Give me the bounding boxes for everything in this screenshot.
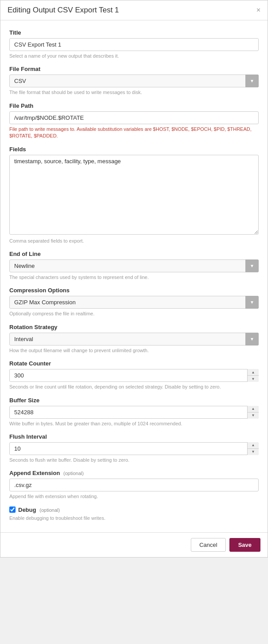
fields-textarea[interactable]: timestamp, source, facility, type, messa… <box>9 155 259 235</box>
close-button[interactable]: × <box>256 7 260 14</box>
append-extension-hint: Append file with extension when rotating… <box>9 493 259 500</box>
compression-label: Compression Options <box>9 287 259 294</box>
end-of-line-label: End of Line <box>9 251 259 257</box>
file-path-label: File Path <box>9 102 259 109</box>
rotation-strategy-group: Rotation Strategy Interval Size None How… <box>9 324 259 354</box>
file-path-input[interactable] <box>9 111 259 124</box>
modal-header: Editing Output CSV Export Test 1 × <box>0 0 268 20</box>
buffer-size-input[interactable] <box>9 406 259 419</box>
debug-hint: Enable debugging to troubleshoot file wr… <box>9 515 259 522</box>
buffer-size-spinners: ▲ ▼ <box>247 406 259 419</box>
buffer-size-wrapper: ▲ ▼ <box>9 406 259 419</box>
fields-hint: Comma separated fields to export. <box>9 238 259 244</box>
file-format-select[interactable]: CSV JSON Text <box>9 75 259 87</box>
end-of-line-select[interactable]: Newline Windows (CRLF) None <box>9 259 259 272</box>
debug-checkbox-label[interactable]: Debug (optional) <box>18 507 60 513</box>
rotation-strategy-label: Rotation Strategy <box>9 324 259 330</box>
modal-title: Editing Output CSV Export Test 1 <box>8 6 119 15</box>
buffer-size-up[interactable]: ▲ <box>248 406 259 412</box>
file-format-label: File Format <box>9 66 259 72</box>
rotate-counter-label: Rotate Counter <box>9 360 259 367</box>
rotate-counter-spinners: ▲ ▼ <box>247 369 259 382</box>
debug-checkbox[interactable] <box>9 507 16 513</box>
flush-interval-label: Flush Interval <box>9 433 259 440</box>
file-path-hint: File path to write messages to. Availabl… <box>9 126 259 140</box>
file-format-group: File Format CSV JSON Text The file forma… <box>9 66 259 96</box>
debug-checkbox-row: Debug (optional) <box>9 507 259 513</box>
flush-interval-spinners: ▲ ▼ <box>247 442 259 455</box>
cancel-button[interactable]: Cancel <box>191 538 225 552</box>
compression-hint: Optionally compress the file in realtime… <box>9 310 259 317</box>
end-of-line-select-wrapper: Newline Windows (CRLF) None <box>9 259 259 272</box>
flush-interval-group: Flush Interval ▲ ▼ Seconds to flush writ… <box>9 433 259 463</box>
flush-interval-down[interactable]: ▼ <box>248 449 259 455</box>
file-format-hint: The file format that should be used to w… <box>9 89 259 96</box>
file-path-group: File Path File path to write messages to… <box>9 102 259 140</box>
fields-label: Fields <box>9 146 259 153</box>
title-group: Title Select a name of your new output t… <box>9 29 259 59</box>
rotate-counter-up[interactable]: ▲ <box>248 369 259 376</box>
modal-footer: Cancel Save <box>0 532 268 557</box>
buffer-size-hint: Write buffer in bytes. Must be greater t… <box>9 420 259 427</box>
compression-select[interactable]: GZIP Max Compression GZIP Default Compre… <box>9 296 259 309</box>
title-input[interactable] <box>9 38 259 51</box>
rotate-counter-input[interactable] <box>9 369 259 382</box>
buffer-size-label: Buffer Size <box>9 397 259 404</box>
save-button[interactable]: Save <box>229 538 260 552</box>
rotate-counter-wrapper: ▲ ▼ <box>9 369 259 382</box>
append-extension-group: Append Extension (optional) Append file … <box>9 470 259 500</box>
rotation-strategy-select[interactable]: Interval Size None <box>9 333 259 346</box>
rotate-counter-down[interactable]: ▼ <box>248 376 259 382</box>
compression-select-wrapper: GZIP Max Compression GZIP Default Compre… <box>9 296 259 309</box>
rotate-counter-hint: Seconds or line count until file rotatio… <box>9 384 259 390</box>
buffer-size-down[interactable]: ▼ <box>248 412 259 419</box>
debug-group: Debug (optional) Enable debugging to tro… <box>9 507 259 522</box>
modal-body: Title Select a name of your new output t… <box>0 20 268 532</box>
fields-group: Fields timestamp, source, facility, type… <box>9 146 259 244</box>
rotation-strategy-hint: How the output filename will change to p… <box>9 347 259 354</box>
append-extension-input[interactable] <box>9 479 259 491</box>
append-extension-label: Append Extension (optional) <box>9 470 259 476</box>
flush-interval-wrapper: ▲ ▼ <box>9 442 259 455</box>
flush-interval-input[interactable] <box>9 442 259 455</box>
edit-output-modal: Editing Output CSV Export Test 1 × Title… <box>0 0 268 558</box>
compression-group: Compression Options GZIP Max Compression… <box>9 287 259 317</box>
title-label: Title <box>9 29 259 36</box>
end-of-line-hint: The special characters used by systems t… <box>9 274 259 281</box>
end-of-line-group: End of Line Newline Windows (CRLF) None … <box>9 251 259 281</box>
title-hint: Select a name of your new output that de… <box>9 53 259 59</box>
flush-interval-up[interactable]: ▲ <box>248 442 259 449</box>
flush-interval-hint: Seconds to flush write buffer. Disable b… <box>9 457 259 463</box>
rotate-counter-group: Rotate Counter ▲ ▼ Seconds or line count… <box>9 360 259 390</box>
rotation-strategy-select-wrapper: Interval Size None <box>9 333 259 346</box>
file-format-select-wrapper: CSV JSON Text <box>9 75 259 87</box>
buffer-size-group: Buffer Size ▲ ▼ Write buffer in bytes. M… <box>9 397 259 427</box>
